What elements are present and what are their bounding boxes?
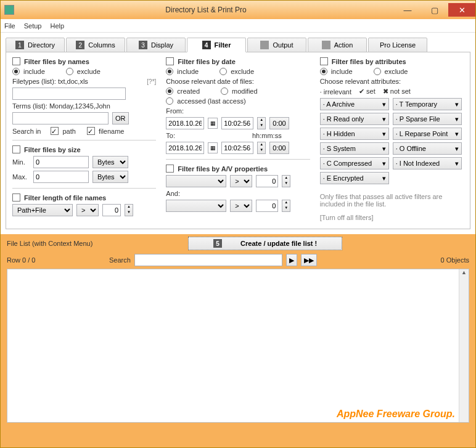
attr-notindexed[interactable]: I Not Indexed▾ [393,157,462,169]
search-last-button[interactable]: ▶▶ [301,254,317,266]
attr-system[interactable]: S System▾ [320,142,389,155]
tab-filter[interactable]: 4Filter [187,38,246,52]
watermark: AppNee Freeware Group. [337,409,455,420]
menu-file[interactable]: File [4,22,15,30]
input-length-value[interactable] [102,204,121,216]
tab-directory[interactable]: 1Directory [6,38,65,52]
checkbox-filter-size[interactable] [12,145,20,153]
input-to-time[interactable] [221,142,253,154]
checkbox-filter-av[interactable] [166,165,174,173]
input-filetypes[interactable] [12,88,126,100]
radio-names-include[interactable] [12,68,20,75]
checkbox-filter-length[interactable] [12,193,20,202]
search-input[interactable] [134,254,282,266]
spinner-av2[interactable]: ▲▼ [282,200,290,212]
attr-compressed[interactable]: C Compressed▾ [320,157,389,169]
tab-pro-license[interactable]: Pro License [368,38,427,52]
create-update-button[interactable]: 5 Create / update file list ! [188,237,342,250]
filelist-label: File List (with Context Menu) [7,240,92,247]
radio-attr-exclude[interactable] [374,68,381,75]
row-info: Row 0 / 0 [7,256,105,264]
scroll-up-icon[interactable]: ▲ [459,269,469,279]
radio-date-include[interactable] [166,68,173,75]
close-button[interactable]: ✕ [448,3,475,17]
output-icon [260,41,269,49]
calendar-icon[interactable]: ▦ [208,118,218,129]
spinner-length[interactable]: ▲▼ [125,204,133,216]
filter-note: Only files that passes all active filter… [320,193,464,208]
input-terms[interactable] [12,112,109,124]
checkbox-filter-attr[interactable] [320,57,328,65]
attr-encrypted[interactable]: E Encrypted▾ [320,172,389,184]
menu-help[interactable]: Help [50,22,64,30]
calendar-icon[interactable]: ▦ [208,142,218,153]
select-av-op1[interactable]: > [230,175,252,187]
checkbox-filename[interactable]: ✓ [87,127,95,135]
scrollbar[interactable]: ▲ [459,269,469,422]
radio-attr-include[interactable] [320,68,327,75]
select-min-unit[interactable]: Bytes [92,156,128,168]
maximize-button[interactable]: ▢ [421,3,448,17]
spinner-to-time[interactable]: ▲▼ [257,142,266,154]
attr-readonly[interactable]: R Read only▾ [320,113,389,125]
or-button[interactable]: OR [112,112,129,124]
radio-accessed[interactable] [166,97,173,105]
attr-hidden[interactable]: H Hidden▾ [320,128,389,140]
select-length-op[interactable]: > [76,204,99,216]
input-to-date[interactable] [166,142,204,154]
window-title: Directory List & Print Pro [18,6,394,14]
attr-offline[interactable]: O Offline▾ [393,142,462,155]
input-max-size[interactable] [33,171,89,183]
radio-modified[interactable] [221,88,228,95]
tab-output[interactable]: Output [247,38,306,52]
turnoff-filters-link[interactable]: [Turn off all filters] [320,214,464,221]
tab-columns[interactable]: 2Columns [66,38,125,52]
objects-count: 0 Objects [441,256,469,264]
select-length-mode[interactable]: Path+File [12,204,73,216]
menu-setup[interactable]: Setup [24,22,42,30]
attr-archive[interactable]: A Archive▾ [320,98,389,110]
select-max-unit[interactable]: Bytes [92,171,128,183]
radio-created[interactable] [166,88,173,95]
select-av-prop2[interactable] [166,200,226,212]
checkbox-filter-names[interactable] [12,57,20,65]
input-av-val2[interactable] [256,200,278,212]
minimize-button[interactable]: — [394,3,421,17]
attr-reparse[interactable]: L Reparse Point▾ [393,128,462,140]
radio-names-exclude[interactable] [66,68,73,75]
attr-temporary[interactable]: T Temporary▾ [393,98,462,110]
input-av-val1[interactable] [256,175,278,187]
checkbox-path[interactable]: ✓ [51,127,59,135]
app-icon [4,5,14,15]
radio-date-exclude[interactable] [220,68,227,75]
select-av-op2[interactable]: > [230,200,252,212]
btn-to-zero[interactable]: 0:00 [269,142,289,154]
action-icon [322,41,330,49]
spinner-av1[interactable]: ▲▼ [282,175,290,187]
tab-display[interactable]: 3Display [126,38,186,52]
input-min-size[interactable] [33,156,89,168]
search-next-button[interactable]: ▶ [286,254,297,266]
checkbox-filter-date[interactable] [166,57,174,65]
attr-sparse[interactable]: P Sparse File▾ [393,113,462,125]
spinner-from-time[interactable]: ▲▼ [257,117,266,129]
select-av-prop1[interactable] [166,175,226,187]
btn-from-zero[interactable]: 0:00 [269,117,289,129]
file-list-area[interactable]: ▲ AppNee Freeware Group. [7,269,469,423]
input-from-date[interactable] [166,117,204,129]
tab-action[interactable]: Action [308,38,367,52]
input-from-time[interactable] [221,117,253,129]
